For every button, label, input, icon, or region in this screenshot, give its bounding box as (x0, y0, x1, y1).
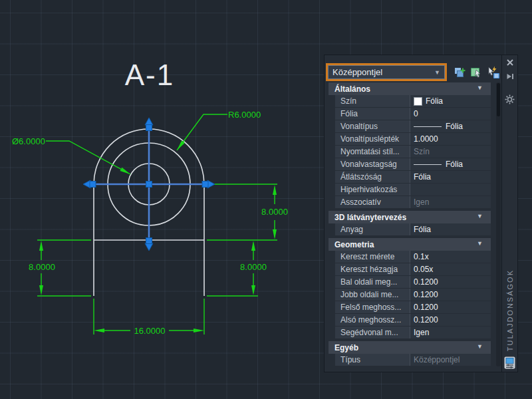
property-value[interactable] (410, 184, 491, 196)
property-row: Felső meghoss...0.1200 (335, 301, 491, 314)
close-icon[interactable] (506, 59, 514, 66)
section-header-geometry[interactable]: Geometria ▼ (329, 238, 491, 251)
property-label: Alsó meghossz... (335, 314, 410, 326)
property-row: Fólia0 (335, 108, 491, 120)
dim-text: 16.0000 (134, 326, 166, 336)
property-row: AnyagFólia (335, 223, 491, 236)
property-label: Típus (335, 354, 410, 366)
grip-right[interactable] (202, 182, 208, 188)
property-row: SzínFólia (335, 95, 491, 108)
auto-hide-icon[interactable] (506, 72, 514, 80)
settings-gear-icon[interactable] (505, 94, 515, 104)
property-value[interactable]: 0.1200 (410, 314, 491, 326)
dim-arrowhead (39, 241, 43, 251)
titlebar-icons (505, 59, 515, 104)
section-header-3d-visualization[interactable]: 3D látványtervezés ▼ (329, 211, 491, 223)
object-type-value: Középpontjel (332, 67, 432, 77)
property-label: Felső meghoss... (335, 301, 410, 313)
dim-text: 8.0000 (29, 262, 55, 272)
palette-toolbar: Középpontjel ▼ (326, 63, 500, 81)
grip-center[interactable] (146, 182, 152, 188)
property-value[interactable]: 0.1x (410, 251, 491, 263)
vertical-dimension-right-bottom[interactable]: 8.0000 (207, 241, 267, 296)
dim-arrowhead (94, 329, 104, 332)
stretch-grip-top[interactable] (145, 118, 153, 125)
property-value: Középpontjel (410, 354, 491, 366)
property-label: Hiperhivatkozás (335, 184, 410, 196)
property-row: TípusKözéppontjel (335, 354, 491, 366)
dim-text: 8.0000 (261, 207, 288, 217)
dim-arrowhead (194, 329, 204, 332)
autocad-model-space[interactable]: A-1 R6.0000 Ø6.0000 (0, 0, 532, 399)
property-row: Kereszt mérete0.1x (335, 251, 491, 263)
property-label: Bal oldali meg... (335, 276, 410, 288)
property-row: Vonaltípuslépték1.0000 (335, 133, 491, 146)
chevron-down-icon: ▼ (477, 213, 483, 219)
properties-palette: Középpontjel ▼ (324, 55, 519, 372)
property-value[interactable]: 0 (410, 108, 491, 120)
stretch-grip-left[interactable] (83, 180, 90, 188)
property-value[interactable]: 1.0000 (410, 133, 491, 145)
property-value[interactable]: Igen (410, 327, 491, 338)
section-title: 3D látványtervezés (334, 213, 406, 222)
dim-arrowhead (273, 185, 277, 195)
stretch-grip-bottom[interactable] (145, 243, 153, 251)
property-label: Vonaltípus (335, 120, 410, 132)
vertical-dimension-left[interactable]: 8.0000 (29, 240, 91, 296)
scrollbar[interactable] (496, 82, 501, 366)
property-row: VonaltípusFólia (335, 120, 491, 133)
property-row: Segédvonal m...Igen (335, 327, 491, 339)
property-label: Jobb oldali me... (335, 289, 410, 301)
section-header-other[interactable]: Egyéb ▼ (329, 341, 491, 354)
property-row: VonalvastagságFólia (335, 158, 491, 171)
property-value[interactable]: Fólia (410, 120, 491, 132)
lineweight-sample (414, 164, 442, 165)
stretch-grip-right[interactable] (207, 180, 215, 188)
view-label: A-1 (125, 59, 174, 91)
property-value[interactable]: Fólia (410, 223, 491, 235)
property-row: Jobb oldali me...0.1200 (335, 289, 491, 301)
property-row: Nyomtatási stíl...Szín (335, 146, 491, 158)
property-label: Vonaltípuslépték (335, 133, 410, 145)
grip-left[interactable] (90, 182, 96, 188)
horizontal-dimension-bottom[interactable]: 16.0000 (94, 299, 204, 336)
section-title: Egyéb (334, 343, 358, 352)
quick-select-icon[interactable] (486, 66, 500, 79)
property-row: Kereszt hézagja0.05x (335, 263, 491, 276)
property-value[interactable]: 0.1200 (410, 301, 491, 313)
property-value[interactable]: 0.1200 (410, 289, 491, 301)
dim-arrowhead (251, 285, 255, 295)
leader-arrowhead (120, 168, 131, 174)
property-label: Fólia (335, 108, 410, 120)
leader-arrowhead (177, 140, 185, 150)
center-mark-selected[interactable] (83, 118, 215, 251)
property-label: Asszociatív (335, 196, 410, 208)
property-label: Vonalvastagság (335, 158, 410, 170)
radius-dimension[interactable]: R6.0000 (177, 110, 261, 150)
select-objects-icon[interactable] (469, 66, 483, 79)
diameter-dim-text: Ø6.0000 (12, 136, 45, 146)
scrollbar-thumb[interactable] (497, 83, 500, 116)
toggle-pickadd-icon[interactable] (453, 66, 466, 79)
palette-title[interactable]: TULAJDONSÁGOK (506, 269, 514, 351)
property-value[interactable]: Fólia (410, 95, 491, 107)
object-type-dropdown[interactable]: Középpontjel ▼ (326, 63, 447, 81)
palette-toolbar-icons (453, 66, 500, 79)
section-header-general[interactable]: Általános ▼ (329, 82, 491, 95)
grip-bottom[interactable] (146, 238, 152, 244)
property-value[interactable]: Fólia (410, 171, 491, 183)
property-value[interactable]: 0.1200 (410, 276, 491, 288)
property-value[interactable]: Fólia (410, 158, 491, 170)
palette-titlebar: TULAJDONSÁGOK (502, 55, 518, 372)
dim-arrowhead (273, 229, 277, 239)
grip-top[interactable] (146, 125, 152, 131)
chevron-down-icon[interactable]: ▼ (434, 69, 440, 76)
property-row: Hiperhivatkozás (335, 184, 491, 196)
radius-dim-text: R6.0000 (228, 110, 261, 120)
property-value[interactable]: 0.05x (410, 263, 491, 275)
property-label: Átlátszóság (335, 171, 410, 183)
section-title: Geometria (334, 240, 374, 249)
property-label: Segédvonal m... (335, 327, 410, 338)
property-row: Alsó meghossz...0.1200 (335, 314, 491, 327)
vertical-dimension-right-top[interactable]: 8.0000 (207, 184, 288, 240)
